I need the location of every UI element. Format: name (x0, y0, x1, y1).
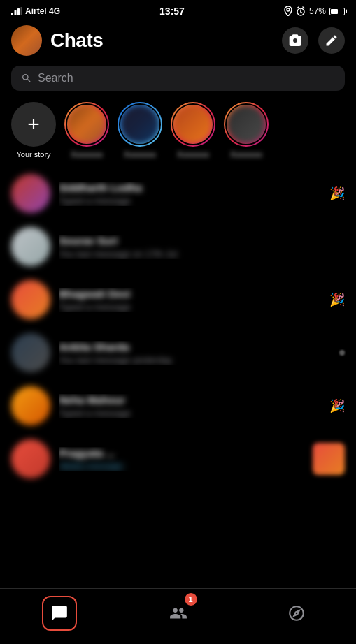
svg-rect-3 (21, 7, 23, 15)
search-container: Search (0, 63, 356, 99)
story-item-2[interactable]: Xxxxxxxx (118, 102, 162, 159)
battery-icon (329, 8, 345, 15)
compass-icon (287, 604, 306, 622)
chat-item-6[interactable]: Pragyata ... Media message (0, 432, 356, 485)
story-avatar-4[interactable] (224, 102, 269, 147)
chat-item-2[interactable]: Sourav Suri You last message on 17th Jul (0, 220, 356, 273)
story-avatar-1[interactable] (64, 102, 109, 147)
chat-thumbnail-6 (313, 443, 345, 475)
story-avatar-3[interactable] (171, 102, 215, 147)
compose-button[interactable] (318, 27, 345, 54)
status-bar: Airtel 4G 13:57 57% (0, 0, 356, 21)
chat-info-6: Pragyata ... Media message (59, 447, 304, 471)
chat-meta-6 (313, 443, 345, 475)
your-story-label: Your story (16, 150, 50, 159)
chat-name-6: Pragyata ... (59, 447, 304, 459)
svg-rect-1 (15, 10, 17, 15)
chat-avatar-6 (11, 439, 50, 478)
chat-preview-3: Typed a message (59, 302, 321, 312)
profile-avatar[interactable] (11, 25, 42, 56)
tab-bar: 1 (0, 588, 356, 644)
svg-line-7 (301, 12, 302, 13)
chat-emoji-1: 🎉 (329, 186, 345, 201)
chat-item-4[interactable]: Ankita Sharda You last message yesterday (0, 326, 356, 379)
chat-avatar-5 (11, 386, 50, 425)
chat-info-4: Ankita Sharda You last message yesterday (59, 341, 331, 365)
chat-meta-5: 🎉 (329, 398, 345, 414)
contacts-tab-icon: 1 (161, 596, 196, 631)
camera-button[interactable] (282, 27, 308, 54)
chat-emoji-5: 🎉 (329, 398, 345, 414)
chat-info-3: Bhagwati Devi Typed a message (59, 288, 321, 312)
search-icon (21, 73, 32, 84)
chat-preview-2: You last message on 17th Jul (59, 249, 336, 259)
contacts-icon (169, 604, 187, 622)
your-story[interactable]: + Your story (11, 102, 56, 159)
chat-item-3[interactable]: Bhagwati Devi Typed a message 🎉 (0, 273, 356, 326)
header: Chats (0, 21, 356, 63)
battery-percent: 57% (309, 6, 326, 16)
carrier-text: Airtel 4G (25, 6, 60, 16)
status-time: 13:57 (159, 6, 185, 17)
contacts-badge: 1 (185, 593, 197, 606)
story-label-3: Xxxxxxxx (177, 150, 209, 159)
chat-avatar-2 (11, 227, 50, 266)
carrier-info: Airtel 4G (11, 6, 60, 16)
chat-avatar-3 (11, 280, 50, 319)
story-item-1[interactable]: Xxxxxxxx (64, 102, 109, 159)
stories-section: + Your story Xxxxxxxx Xxxxxxxx Xxxxxxxx (0, 99, 356, 167)
search-bar[interactable]: Search (11, 66, 345, 91)
chat-emoji-3: 🎉 (329, 292, 345, 307)
svg-rect-0 (11, 13, 13, 15)
tab-chats[interactable] (0, 594, 119, 631)
chat-avatar-1 (11, 174, 50, 213)
chat-name-2: Sourav Suri (59, 235, 336, 247)
search-placeholder: Search (38, 72, 73, 85)
chat-meta-1: 🎉 (329, 186, 345, 201)
story-label-4: Xxxxxxxx (230, 150, 262, 159)
chat-preview-6: Media message (59, 461, 304, 471)
chat-meta-4 (339, 350, 345, 356)
header-actions (282, 27, 345, 54)
chat-item-5[interactable]: Neha Mahour Typed a message 🎉 (0, 379, 356, 432)
chat-item-1[interactable]: Siddharth Lodha Typed a message 🎉 (0, 167, 356, 220)
chat-name-1: Siddharth Lodha (59, 182, 321, 193)
chat-info-5: Neha Mahour Typed a message (59, 394, 321, 418)
story-label-1: Xxxxxxxx (71, 150, 103, 159)
chat-preview-5: Typed a message (59, 408, 321, 418)
chat-info-2: Sourav Suri You last message on 17th Jul (59, 235, 336, 259)
svg-rect-2 (17, 8, 20, 15)
tab-contacts[interactable]: 1 (119, 594, 238, 631)
chat-meta-3: 🎉 (329, 292, 345, 307)
add-story-button[interactable]: + (11, 102, 56, 147)
story-item-4[interactable]: Xxxxxxxx (224, 102, 269, 159)
chat-name-4: Ankita Sharda (59, 341, 331, 353)
discover-tab-icon (279, 596, 314, 631)
chat-preview-4: You last message yesterday (59, 355, 331, 365)
chat-bubble-icon (50, 604, 69, 622)
chat-preview-1: Typed a message (59, 196, 321, 206)
chat-list: Siddharth Lodha Typed a message 🎉 Sourav… (0, 167, 356, 541)
story-item-3[interactable]: Xxxxxxxx (171, 102, 215, 159)
chats-tab-icon (42, 596, 77, 631)
svg-line-9 (303, 7, 304, 8)
svg-point-4 (287, 8, 290, 11)
story-avatar-2[interactable] (118, 102, 162, 147)
tab-discover[interactable] (237, 594, 356, 631)
chat-name-3: Bhagwati Devi (59, 288, 321, 300)
svg-line-8 (297, 7, 299, 8)
chat-info-1: Siddharth Lodha Typed a message (59, 182, 321, 206)
chat-name-5: Neha Mahour (59, 394, 321, 406)
chat-avatar-4 (11, 333, 50, 372)
page-title: Chats (50, 29, 282, 52)
status-icons: 57% (284, 6, 345, 16)
story-label-2: Xxxxxxxx (124, 150, 156, 159)
